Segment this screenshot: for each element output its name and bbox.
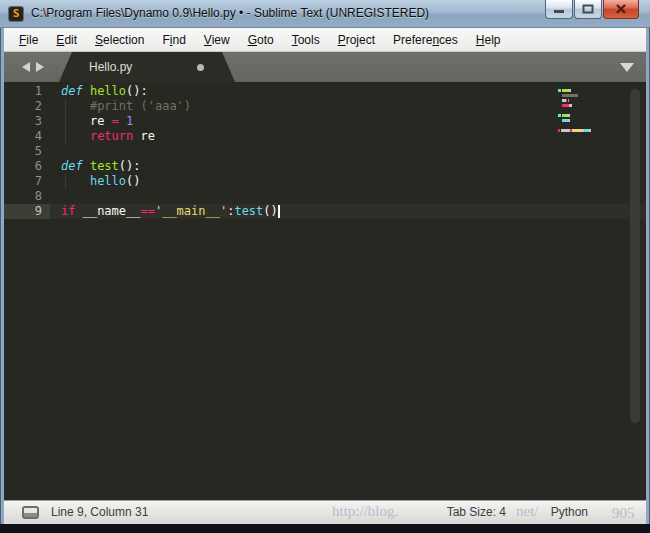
line-content: def hello():: [50, 84, 148, 99]
menu-item-file[interactable]: File: [10, 33, 47, 47]
close-button[interactable]: [603, 0, 639, 19]
tab-hello-py[interactable]: Hello.py: [59, 52, 235, 82]
menu-item-goto[interactable]: Goto: [239, 33, 283, 47]
line-number: 2: [4, 99, 50, 114]
line-number: 8: [4, 189, 50, 204]
minimap-row: [558, 95, 598, 98]
minimap-row: [558, 85, 598, 88]
menu-item-selection[interactable]: Selection: [86, 33, 153, 47]
minimap-row: [558, 110, 598, 113]
minimap[interactable]: [558, 85, 598, 130]
minimap-row: [558, 100, 598, 103]
line-content: def test():: [50, 159, 141, 174]
line-content: hello(): [50, 174, 140, 189]
code-line-9[interactable]: 9if __name__=='__main__':test(): [4, 204, 646, 219]
line-number: 6: [4, 159, 50, 174]
modified-dot-icon: [197, 64, 204, 71]
sublime-logo-icon: S: [8, 6, 24, 22]
menu-item-view[interactable]: View: [195, 33, 239, 47]
line-content: [50, 144, 61, 159]
indent-guide: [65, 174, 66, 189]
line-content: if __name__=='__main__':test(): [50, 204, 280, 219]
menu-item-tools[interactable]: Tools: [283, 33, 329, 47]
text-cursor: [278, 205, 280, 218]
line-number: 5: [4, 144, 50, 159]
minimize-icon: [553, 4, 565, 14]
menu-item-project[interactable]: Project: [329, 33, 384, 47]
line-number: 1: [4, 84, 50, 99]
scrollbar[interactable]: [629, 85, 641, 495]
menu-item-help[interactable]: Help: [467, 33, 510, 47]
cursor-position: Line 9, Column 31: [51, 505, 148, 519]
indent-guide: [65, 99, 66, 144]
menu-bar: FileEditSelectionFindViewGotoToolsProjec…: [4, 28, 646, 52]
menu-item-edit[interactable]: Edit: [47, 33, 86, 47]
maximize-icon: [582, 4, 594, 14]
code-line-8[interactable]: 8: [4, 189, 646, 204]
code-line-3[interactable]: 3 re = 1: [4, 114, 646, 129]
title-bar[interactable]: S C:\Program Files\Dynamo 0.9\Hello.py •…: [0, 0, 650, 28]
status-bar: Line 9, Column 31 Tab Size: 4 Python: [4, 500, 646, 524]
line-content: #print ('aaa'): [50, 99, 191, 114]
code-lines: 1def hello():2 #print ('aaa')3 re = 14 r…: [4, 84, 646, 219]
menu-item-preferences[interactable]: Preferences: [384, 33, 467, 47]
syntax-indicator[interactable]: Python: [551, 505, 588, 519]
tab-label: Hello.py: [89, 52, 132, 82]
minimap-row: [558, 115, 598, 118]
line-content: re = 1: [50, 114, 133, 129]
minimap-row: [558, 125, 598, 128]
code-line-6[interactable]: 6def test():: [4, 159, 646, 174]
code-line-1[interactable]: 1def hello():: [4, 84, 646, 99]
panel-icon[interactable]: [22, 506, 39, 519]
line-content: [50, 189, 61, 204]
tab-size-indicator[interactable]: Tab Size: 4: [447, 505, 506, 519]
tab-bar: Hello.py: [4, 52, 646, 82]
window-bottom-border: [0, 524, 650, 533]
line-number: 4: [4, 129, 50, 144]
code-line-7[interactable]: 7 hello(): [4, 174, 646, 189]
scrollbar-thumb[interactable]: [630, 89, 640, 423]
editor-area[interactable]: 1def hello():2 #print ('aaa')3 re = 14 r…: [4, 82, 646, 500]
tab-overflow-icon[interactable]: [620, 63, 634, 72]
line-number: 9: [4, 204, 50, 219]
window-title: C:\Program Files\Dynamo 0.9\Hello.py • -…: [31, 6, 429, 20]
menu-item-find[interactable]: Find: [153, 33, 194, 47]
code-line-4[interactable]: 4 return re: [4, 129, 646, 144]
tab-scroll-right-icon[interactable]: [36, 62, 44, 72]
line-number: 7: [4, 174, 50, 189]
close-icon: [615, 4, 627, 14]
sublime-text-window: S C:\Program Files\Dynamo 0.9\Hello.py •…: [0, 0, 650, 533]
maximize-button[interactable]: [574, 0, 602, 19]
line-number: 3: [4, 114, 50, 129]
code-line-5[interactable]: 5: [4, 144, 646, 159]
code-line-2[interactable]: 2 #print ('aaa'): [4, 99, 646, 114]
minimize-button[interactable]: [545, 0, 573, 19]
tab-scroll-left-icon[interactable]: [22, 62, 30, 72]
minimap-row: [558, 90, 598, 93]
